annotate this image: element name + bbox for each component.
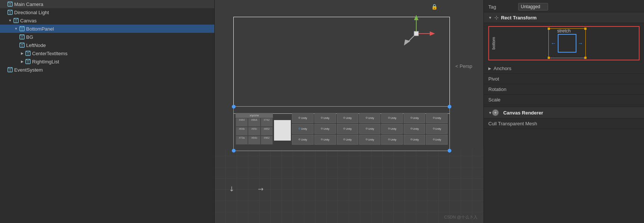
transform-gizmo — [398, 15, 435, 52]
stretch-outer-box: ← → — [548, 28, 586, 58]
unity-btn: ⊙Unity — [292, 135, 314, 145]
expand-triangle-rect: ▼ — [488, 16, 492, 20]
handle-br[interactable] — [448, 149, 451, 153]
hierarchy-item-canvas[interactable]: ▼ Canvas — [0, 16, 214, 25]
hierarchy-label-main-camera: Main Camera — [14, 1, 43, 7]
hierarchy-item-main-camera[interactable]: Main Camera — [0, 0, 214, 8]
expand-arrow-canvas[interactable]: ▼ — [7, 18, 13, 23]
mini-table-body: #464 #86A #742 #64b #95c #852 #73a #84b … — [236, 118, 273, 145]
hierarchy-label-canvas: Canvas — [20, 18, 37, 23]
expand-arrow-right-img[interactable]: ▶ — [19, 59, 25, 64]
unity-btn: ⊙Unity — [292, 113, 314, 123]
cell: #742 — [261, 118, 273, 127]
unity-btn: ⊙Unity — [426, 113, 448, 123]
persp-label: < Persp — [455, 63, 472, 69]
unity-btn: ⊙Unity — [381, 124, 403, 134]
pivot-label: Pivot — [488, 76, 640, 82]
hierarchy-item-event-system[interactable]: EventSystem — [0, 66, 214, 74]
mini-table-header: x/y/z/w — [236, 113, 273, 118]
unity-btn: ⊙Unity — [359, 113, 381, 123]
corner-tr — [584, 28, 587, 30]
hierarchy-item-left-node[interactable]: LeftNode — [0, 41, 214, 49]
svg-rect-15 — [414, 31, 419, 36]
mini-white-box — [274, 120, 291, 141]
unity-grid: ⊙Unity ⊙Unity ⊙Unity ⊙Unity ⊙Unity ⊙Unit… — [292, 113, 448, 145]
tag-row: Tag Untagged — [484, 0, 644, 12]
unity-btn: ⊙Unity — [404, 124, 425, 134]
watermark: CSDN @十么卜入 — [444, 214, 477, 220]
cube-icon-main-camera — [7, 1, 13, 7]
tag-label: Tag — [488, 4, 518, 10]
cell: #73a — [236, 136, 248, 145]
anchors-expand[interactable]: ▶ — [488, 66, 491, 70]
arrow-right: → — [578, 40, 583, 46]
cube-icon-bottom-panel — [19, 26, 25, 31]
unity-btn: ⊙Unity — [381, 113, 403, 123]
cube-icon-right-img — [25, 59, 31, 64]
stretch-inner-box: ← → — [558, 34, 576, 53]
unity-btn: ⊙Unity — [426, 135, 448, 145]
expand-triangle-canvas: ▼ — [488, 111, 492, 115]
cell: #464 — [236, 118, 248, 127]
hierarchy-panel: Main Camera Directional Light ▼ Canvas ▼… — [0, 0, 215, 223]
move-icon: ⊹ — [494, 15, 499, 21]
scene-view: < Persp 🔒 x/y/z/w #464 #86A #742 #64b #9… — [215, 0, 483, 223]
cube-icon-event-system — [7, 67, 13, 72]
unity-btn: ⊙Unity — [426, 124, 448, 134]
cell: #962 — [261, 136, 273, 145]
anchors-label: Anchors — [494, 66, 640, 71]
unity-btn: ⊙Unity — [404, 113, 425, 123]
hierarchy-label-center-text: CenterTextItems — [32, 51, 68, 56]
canvas-renderer-title: Canvas Renderer — [503, 110, 543, 116]
cell: #852 — [261, 127, 273, 136]
expand-arrow-bottom-panel[interactable]: ▼ — [13, 26, 19, 31]
cull-mesh-row: Cull Transparent Mesh — [484, 119, 644, 129]
svg-marker-10 — [414, 15, 419, 20]
hierarchy-item-bg[interactable]: BG — [0, 33, 214, 41]
handle-tl[interactable] — [232, 105, 236, 109]
stretch-inner: ← → — [497, 28, 637, 58]
inspector-panel: Tag Untagged ▼ ⊹ Rect Transform stretch … — [483, 0, 644, 223]
hierarchy-item-directional-light[interactable]: Directional Light — [0, 8, 214, 16]
corner-bl — [548, 57, 550, 59]
handle-tr[interactable] — [448, 105, 451, 109]
hierarchy-label-right-img: RightImgList — [32, 59, 59, 65]
hierarchy-label-event-system: EventSystem — [14, 67, 43, 73]
cell: #86A — [248, 118, 260, 127]
scale-label: Scale — [488, 97, 640, 103]
hierarchy-label-bg: BG — [26, 34, 33, 40]
cube-icon-center-text — [25, 51, 31, 56]
svg-marker-12 — [430, 31, 435, 36]
grid-overlay — [215, 148, 483, 223]
rotation-row: Rotation — [484, 84, 644, 95]
rect-transform-header[interactable]: ▼ ⊹ Rect Transform — [484, 12, 644, 23]
stretch-widget[interactable]: stretch bottom ← → — [488, 26, 640, 60]
anchors-row[interactable]: ▶ Anchors — [484, 63, 644, 74]
hierarchy-item-right-img-list[interactable]: ▶ RightImgList — [0, 57, 214, 66]
pivot-row: Pivot — [484, 74, 644, 84]
hierarchy-item-center-text-items[interactable]: ▶ CenterTextItems — [0, 49, 214, 57]
canvas-renderer-icon — [492, 109, 499, 116]
expand-arrow-center-text[interactable]: ▶ — [19, 51, 25, 56]
mini-table: x/y/z/w #464 #86A #742 #64b #95c #852 #7… — [236, 113, 273, 145]
bottom-panel-scene-rect: x/y/z/w #464 #86A #742 #64b #95c #852 #7… — [233, 106, 450, 151]
hierarchy-label-bottom-panel: BottomPanel — [26, 26, 54, 32]
unity-btn: ⊙Unity — [314, 135, 336, 145]
rotation-label: Rotation — [488, 87, 640, 92]
hierarchy-item-bottom-panel[interactable]: ▼ BottomPanel — [0, 25, 214, 33]
canvas-renderer-header[interactable]: ▼ Canvas Renderer — [484, 107, 644, 119]
scale-row: Scale — [484, 95, 644, 105]
rect-transform-title: Rect Transform — [501, 15, 536, 21]
handle-bl[interactable] — [232, 149, 236, 153]
unity-btn: ⊙Unity — [314, 113, 336, 123]
unity-btn: ⊙Unity — [314, 124, 336, 134]
unity-btn: ⊙Unity — [337, 135, 358, 145]
unity-btn: ⊙Unity — [337, 113, 358, 123]
cull-mesh-label: Cull Transparent Mesh — [488, 121, 640, 126]
cube-icon-directional-light — [7, 10, 13, 15]
tag-value[interactable]: Untagged — [518, 3, 548, 10]
hierarchy-label-directional-light: Directional Light — [14, 10, 49, 15]
bottom-label: bottom — [491, 35, 497, 51]
cell: #95c — [248, 127, 260, 136]
cube-icon-bg — [19, 34, 25, 40]
